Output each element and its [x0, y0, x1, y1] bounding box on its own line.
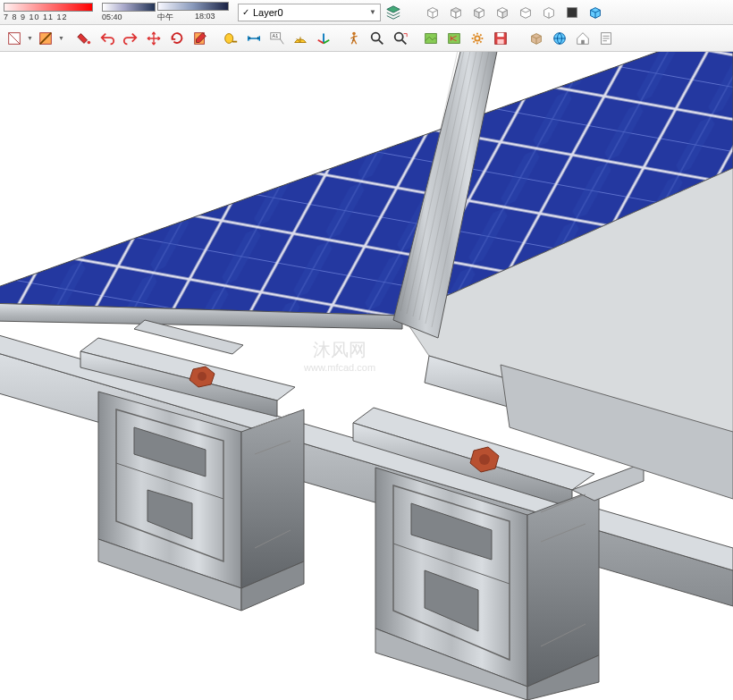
cube-icon	[494, 4, 510, 21]
view-iso2-button[interactable]	[585, 2, 606, 23]
globe-button[interactable]	[549, 28, 570, 49]
svg-rect-0	[568, 7, 577, 17]
chevron-down-icon: ▼	[369, 8, 376, 16]
globe-icon	[552, 30, 568, 46]
image-icon	[423, 30, 439, 46]
save-button[interactable]	[490, 28, 511, 49]
section-plane-icon	[38, 30, 54, 46]
dimension-icon	[246, 30, 262, 46]
svg-marker-35	[241, 409, 304, 588]
noon-gradient[interactable]	[157, 2, 229, 11]
axes-button[interactable]	[313, 28, 334, 49]
redo-icon	[122, 30, 139, 46]
view-back-button[interactable]	[515, 2, 536, 23]
svg-marker-42	[527, 488, 599, 687]
tape-measure-button[interactable]	[220, 28, 241, 49]
image-match-icon	[446, 30, 462, 46]
svg-point-9	[372, 32, 380, 40]
svg-point-13	[475, 36, 479, 40]
redo-button[interactable]	[120, 28, 141, 49]
view-bottom-button[interactable]	[561, 2, 583, 23]
edit-icon	[192, 30, 208, 46]
zoom-icon	[369, 30, 385, 46]
model-viewport[interactable]: 沐风网 www.mfcad.com	[0, 52, 733, 700]
shadow-gradient-hours: 7 8 9 10 11 12	[4, 3, 93, 21]
walk-button[interactable]	[343, 28, 365, 49]
cube-iso-icon	[587, 4, 603, 21]
toolbar-row-2: ▼ ▼ A1	[0, 25, 733, 52]
svg-point-8	[352, 31, 356, 35]
refresh-icon	[169, 30, 185, 46]
layer-selected-label: Layer0	[253, 7, 283, 18]
gear-button[interactable]	[467, 28, 488, 49]
cube-icon	[541, 4, 557, 21]
cube-icon	[471, 4, 487, 21]
view-front-button[interactable]	[468, 2, 490, 23]
gear-icon	[469, 30, 485, 46]
toolbar-row-1: 7 8 9 10 11 12 05:40 中午 18:03 ✓ Layer0 ▼	[0, 0, 733, 25]
undo-button[interactable]	[97, 28, 118, 49]
hours-ticks: 7 8 9 10 11 12	[4, 13, 68, 21]
dimension-button[interactable]	[243, 28, 265, 49]
viewport-svg	[0, 52, 733, 700]
move-icon	[146, 30, 162, 46]
section-plane-button[interactable]	[35, 28, 56, 49]
text-label-button[interactable]: A1	[266, 28, 288, 49]
layers-icon	[385, 4, 401, 21]
svg-point-5	[225, 33, 233, 43]
section-face-icon	[6, 30, 22, 46]
view-right-button[interactable]	[492, 2, 513, 23]
house-button[interactable]	[572, 28, 594, 49]
layer-combo[interactable]: ✓ Layer0 ▼	[238, 4, 381, 21]
svg-rect-12	[449, 33, 460, 43]
page-button[interactable]	[595, 28, 617, 49]
paint-bucket-icon	[76, 30, 92, 46]
zoom-button[interactable]	[366, 28, 388, 49]
sunrise-label: 05:40	[102, 13, 122, 21]
svg-rect-18	[581, 39, 585, 44]
house-icon	[575, 30, 591, 46]
walk-icon	[346, 30, 362, 46]
move-button[interactable]	[143, 28, 164, 49]
cube-icon	[448, 4, 464, 21]
view-iso-button[interactable]	[422, 2, 443, 23]
svg-rect-16	[497, 38, 503, 43]
cube-icon	[518, 4, 534, 21]
svg-point-34	[198, 372, 206, 381]
tape-measure-icon	[223, 30, 239, 46]
section-face-button[interactable]	[4, 28, 25, 49]
text-label-icon: A1	[269, 30, 285, 46]
svg-point-41	[479, 454, 490, 465]
box-button[interactable]	[526, 28, 547, 49]
layers-panel-button[interactable]	[383, 2, 404, 23]
shadow-gradient-noon: 中午 18:03	[157, 2, 229, 23]
sunset-label: 18:03	[195, 12, 215, 23]
svg-point-10	[395, 32, 403, 40]
page-icon	[598, 30, 614, 46]
hours-gradient[interactable]	[4, 3, 93, 12]
box-icon	[528, 30, 544, 46]
image-button[interactable]	[420, 28, 442, 49]
cube-icon	[425, 4, 441, 21]
save-icon	[493, 30, 509, 46]
day-gradient[interactable]	[102, 3, 156, 12]
edit-button[interactable]	[190, 28, 211, 49]
protractor-icon	[292, 30, 308, 46]
view-top-button[interactable]	[445, 2, 467, 23]
noon-label: 中午	[157, 12, 173, 23]
refresh-button[interactable]	[166, 28, 188, 49]
svg-text:A1: A1	[272, 33, 278, 38]
axes-icon	[316, 30, 332, 46]
chevron-down-icon[interactable]: ▼	[27, 35, 33, 41]
zoom-extents-button[interactable]	[390, 28, 411, 49]
undo-icon	[99, 30, 115, 46]
chevron-down-icon[interactable]: ▼	[58, 35, 64, 41]
svg-rect-15	[497, 32, 503, 37]
zoom-extents-icon	[392, 30, 409, 46]
protractor-button[interactable]	[290, 28, 311, 49]
paint-bucket-button[interactable]	[73, 28, 95, 49]
cube-front-icon	[564, 4, 580, 21]
checkmark-icon: ✓	[242, 7, 249, 17]
image-match-button[interactable]	[443, 28, 465, 49]
view-left-button[interactable]	[538, 2, 560, 23]
